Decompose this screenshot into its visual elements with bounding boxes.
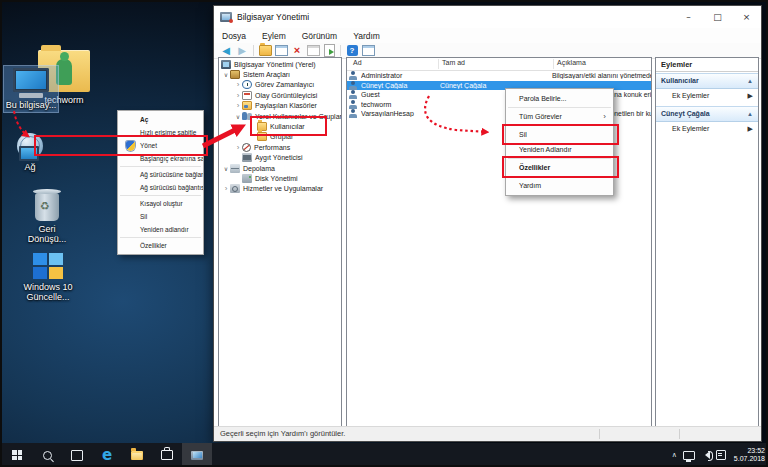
back-icon[interactable]: ◀	[219, 45, 233, 57]
collapse-icon[interactable]: ▲	[747, 107, 753, 121]
tree-item-event-viewer[interactable]: Olay Görüntüleyicisi	[219, 90, 341, 100]
context-delete[interactable]: Sil	[118, 210, 203, 223]
actions-pane[interactable]: Eylemler Kullanıcılar ▲ Ek Eylemler ▶ Cü…	[655, 57, 759, 428]
properties-icon[interactable]	[306, 45, 320, 57]
tree-item-services-apps[interactable]: Hizmetler ve Uygulamalar	[219, 184, 341, 194]
disk-management-icon	[242, 174, 252, 183]
computer-management-taskbar-button[interactable]	[182, 443, 212, 467]
tree-item-storage[interactable]: Depolama	[219, 163, 341, 173]
store-button[interactable]	[152, 443, 182, 467]
menu-help[interactable]: Yardım	[345, 31, 388, 41]
show-hidden-icons-chevron[interactable]: ∧	[672, 451, 677, 459]
shared-folders-icon	[242, 101, 252, 110]
file-explorer-button[interactable]	[122, 443, 152, 467]
column-header-fullname[interactable]: Tam ad	[442, 59, 465, 66]
tree-item-system-tools[interactable]: Sistem Araçları	[219, 69, 341, 79]
forward-icon[interactable]: ▶	[235, 45, 249, 57]
column-divider[interactable]	[553, 59, 554, 69]
context-help[interactable]: Yardım	[506, 178, 613, 193]
context-set-password[interactable]: Parola Belirle...	[506, 91, 613, 106]
tree-item-root[interactable]: Bilgisayar Yönetimi (Yerel)	[219, 59, 341, 69]
menu-separator	[508, 107, 611, 108]
section-title: Cüneyt Çağala	[661, 110, 710, 117]
export-list-icon[interactable]	[322, 45, 336, 57]
tree-item-disk-management[interactable]: Disk Yönetimi	[219, 173, 341, 183]
context-delete[interactable]: Sil	[506, 127, 613, 142]
close-button[interactable]: ×	[732, 6, 761, 28]
help-icon[interactable]: ?	[345, 45, 359, 57]
actions-section-cuneyt[interactable]: Cüneyt Çağala ▲	[656, 106, 758, 122]
search-button[interactable]	[32, 443, 62, 467]
context-properties[interactable]: Özellikler	[506, 160, 613, 175]
tree-item-shared-folders[interactable]: Paylaşılan Klasörler	[219, 101, 341, 111]
person-figure-icon	[56, 59, 72, 85]
network-tray-icon[interactable]	[683, 451, 695, 460]
desktop-icon-this-pc[interactable]: Bu bilgisay...	[4, 66, 58, 112]
store-icon	[161, 450, 173, 460]
desktop-icon-label: Windows 10 Güncelle...	[18, 282, 78, 302]
tree-item-performance[interactable]: Performans	[219, 142, 341, 152]
chevron-right-icon[interactable]	[234, 101, 242, 110]
more-actions-users[interactable]: Ek Eylemler ▶	[656, 89, 758, 103]
chevron-down-icon[interactable]	[222, 71, 230, 78]
chevron-down-icon[interactable]	[234, 113, 242, 120]
console-window-icon[interactable]	[361, 45, 375, 57]
task-view-button[interactable]	[62, 443, 92, 467]
desktop-icon-windows-update[interactable]: Windows 10 Güncelle...	[18, 253, 78, 302]
tree-item-users[interactable]: Kullanıcılar	[219, 121, 341, 131]
show-console-tree-icon[interactable]	[274, 45, 288, 57]
column-divider[interactable]	[438, 59, 439, 69]
context-pin-start[interactable]: Başlangıç ekranına sabitle	[118, 152, 203, 165]
windows-start-icon	[12, 450, 22, 460]
maximize-button[interactable]: □	[703, 6, 732, 28]
actions-header: Eylemler	[656, 58, 758, 72]
desktop-icon-network[interactable]: Ağ	[4, 133, 56, 172]
tree-item-task-scheduler[interactable]: Görev Zamanlayıcı	[219, 80, 341, 90]
column-header-name[interactable]: Ad	[353, 59, 362, 66]
context-manage[interactable]: Yönet	[118, 139, 203, 152]
actions-section-users[interactable]: Kullanıcılar ▲	[656, 73, 758, 89]
chevron-right-icon[interactable]	[222, 184, 230, 193]
title-bar[interactable]: Bilgisayar Yönetimi – □ ×	[214, 6, 761, 28]
tree-label: Aygıt Yöneticisi	[255, 154, 303, 161]
start-button[interactable]	[2, 443, 32, 467]
collapse-icon[interactable]: ▲	[747, 74, 753, 88]
more-actions-cuneyt[interactable]: Ek Eylemler ▶	[656, 122, 758, 136]
context-open[interactable]: Aç	[118, 113, 203, 126]
menu-view[interactable]: Görünüm	[294, 31, 345, 41]
chevron-right-icon[interactable]	[234, 143, 242, 152]
context-pin-quick-access[interactable]: Hızlı erişime sabitle	[118, 126, 203, 139]
tree-item-local-users-groups[interactable]: Yerel Kullanıcılar ve Gruplar	[219, 111, 341, 121]
tree-label: Hizmetler ve Uygulamalar	[243, 185, 323, 192]
context-rename[interactable]: Yeniden Adlandır	[506, 142, 613, 157]
desktop-icon-recycle-bin[interactable]: Geri Dönüşü...	[18, 193, 76, 244]
context-properties[interactable]: Özellikler	[118, 239, 203, 252]
console-tree-pane[interactable]: Bilgisayar Yönetimi (Yerel) Sistem Araçl…	[218, 57, 342, 428]
menu-file[interactable]: Dosya	[214, 31, 254, 41]
context-rename[interactable]: Yeniden adlandır	[118, 223, 203, 236]
menu-separator	[120, 195, 201, 196]
volume-icon[interactable]	[701, 451, 710, 459]
delete-icon[interactable]: ×	[290, 45, 304, 57]
notification-icon[interactable]	[716, 450, 726, 460]
chevron-right-icon[interactable]	[234, 91, 242, 100]
taskbar-clock[interactable]: 23:52 5.07.2018	[734, 447, 765, 464]
tree-item-groups[interactable]: Gruplar	[219, 132, 341, 142]
tree-item-device-manager[interactable]: Aygıt Yöneticisi	[219, 153, 341, 163]
edge-button[interactable]: e	[92, 443, 122, 467]
context-create-shortcut[interactable]: Kısayol oluştur	[118, 197, 203, 210]
menu-separator	[508, 158, 611, 159]
task-scheduler-icon	[242, 80, 252, 89]
context-disconnect-network-drive[interactable]: Ağ sürücüsü bağlantısını kes...	[118, 181, 203, 194]
minimize-button[interactable]: –	[674, 6, 703, 28]
user-name: Guest	[361, 91, 440, 98]
list-header[interactable]: Ad Tam ad Açıklama	[347, 58, 651, 71]
user-row-administrator[interactable]: Administrator Bilgisayarı/etki alanını y…	[347, 71, 651, 81]
menu-action[interactable]: Eylem	[254, 31, 294, 41]
context-map-network-drive[interactable]: Ağ sürücüsüne bağlan...	[118, 168, 203, 181]
chevron-down-icon[interactable]	[222, 165, 230, 172]
context-all-tasks[interactable]: Tüm Görevler›	[506, 109, 613, 124]
up-folder-icon[interactable]	[258, 45, 272, 57]
column-header-description[interactable]: Açıklama	[557, 59, 586, 66]
chevron-right-icon[interactable]	[234, 80, 242, 89]
